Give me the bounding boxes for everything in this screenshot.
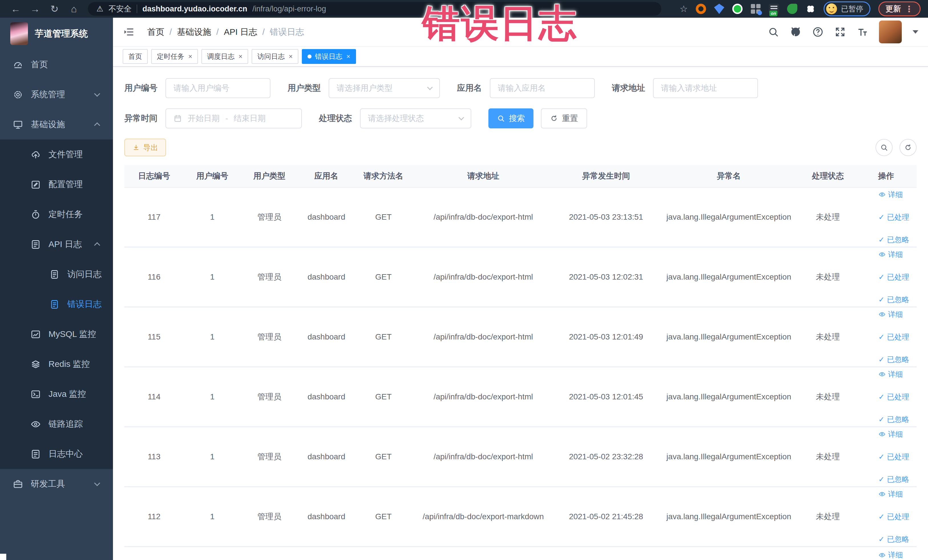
breadcrumb-item[interactable]: 错误日志 [270, 26, 304, 38]
extension-orange-icon[interactable] [696, 4, 706, 14]
bookmark-star-icon[interactable]: ☆ [679, 3, 688, 14]
mark-processed-link[interactable]: ✓ 已处理 [878, 272, 909, 282]
mark-ignored-link[interactable]: ✓ 已忽略 [878, 415, 909, 424]
cell-log-id: 112 [124, 512, 184, 521]
cell-exception-time: 2021-05-03 12:01:45 [554, 392, 658, 401]
fullscreen-icon[interactable] [835, 26, 846, 38]
doc-icon [49, 269, 60, 280]
user-avatar[interactable] [879, 21, 902, 43]
extension-leaf-icon[interactable] [787, 4, 797, 14]
profile-paused-button[interactable]: 已暂停 [824, 2, 870, 16]
close-icon[interactable]: × [238, 52, 243, 61]
search-button[interactable]: 搜索 [488, 108, 533, 128]
table-row-partial: 详细 [124, 547, 917, 558]
browser-update-button[interactable]: 更新 ⋮ [878, 2, 920, 16]
detail-link[interactable]: 详细 [878, 190, 903, 200]
close-icon[interactable]: × [188, 52, 192, 61]
logo-image [10, 22, 28, 45]
sidebar-toggle-icon[interactable] [123, 26, 135, 38]
app-name-input[interactable] [490, 78, 595, 98]
help-icon[interactable] [812, 26, 824, 38]
overlay-annotation-title: 错误日志 [422, 0, 577, 49]
exception-time-range-picker[interactable]: 开始日期 - 结束日期 [165, 108, 302, 128]
toggle-search-button[interactable] [876, 139, 893, 156]
sidebar-item[interactable]: 配置管理 [0, 169, 113, 200]
view-tab[interactable]: 访问日志 × [252, 49, 298, 64]
mark-ignored-link[interactable]: ✓ 已忽略 [878, 534, 909, 544]
mark-processed-link[interactable]: ✓ 已处理 [878, 512, 909, 522]
table-header-cell: 日志编号 [124, 171, 184, 182]
sidebar-item[interactable]: 基础设施 [0, 110, 113, 139]
forward-icon[interactable]: → [27, 3, 43, 15]
sidebar-item[interactable]: 首页 [0, 50, 113, 79]
sidebar-item[interactable]: 链路追踪 [0, 409, 113, 439]
detail-link[interactable]: 详细 [878, 489, 903, 499]
reset-button[interactable]: 重置 [541, 108, 587, 128]
home-icon[interactable]: ⌂ [66, 3, 82, 15]
browser-menu-icon[interactable]: ⋮ [905, 4, 913, 14]
mark-ignored-link[interactable]: ✓ 已忽略 [878, 235, 909, 245]
breadcrumb-item[interactable]: 首页 [147, 26, 164, 38]
search-icon[interactable] [768, 26, 779, 38]
mark-processed-link[interactable]: ✓ 已处理 [878, 212, 909, 222]
extension-blue-shield-icon[interactable] [714, 4, 724, 14]
sidebar-item[interactable]: API 日志 [0, 229, 113, 259]
mark-ignored-link[interactable]: ✓ 已忽略 [878, 355, 909, 365]
sidebar-item[interactable]: 错误日志 [0, 289, 113, 319]
mark-processed-link[interactable]: ✓ 已处理 [878, 452, 909, 462]
detail-link[interactable]: 详细 [878, 550, 903, 558]
app-logo[interactable]: 芋道管理系统 [0, 18, 113, 50]
refresh-button[interactable] [899, 139, 917, 156]
cell-request-url: /api/infra/db-doc/export-markdown [412, 512, 554, 521]
sidebar-item[interactable]: 定时任务 [0, 200, 113, 229]
sidebar-item[interactable]: 文件管理 [0, 139, 113, 169]
back-icon[interactable]: ← [8, 3, 24, 15]
detail-link[interactable]: 详细 [878, 369, 903, 379]
table-body: 117 1 管理员 dashboard GET /api/infra/db-do… [124, 188, 917, 547]
view-tab[interactable]: 调度日志 × [201, 49, 248, 64]
sidebar-item[interactable]: 研发工具 [0, 469, 113, 499]
sidebar-item[interactable]: MySQL 监控 [0, 319, 113, 349]
sidebar-item[interactable]: 系统管理 [0, 79, 113, 110]
reload-icon[interactable]: ↻ [46, 3, 63, 15]
detail-link[interactable]: 详细 [878, 429, 903, 439]
cell-status: 未处理 [800, 511, 856, 522]
table-header-cell: 请求方法名 [355, 171, 412, 182]
detail-link[interactable]: 详细 [878, 250, 903, 259]
avatar-caret-icon[interactable] [913, 30, 918, 34]
close-icon[interactable]: × [346, 52, 350, 61]
cell-user-type: 管理员 [241, 212, 298, 223]
view-tab[interactable]: 首页 [123, 49, 148, 64]
mark-processed-link[interactable]: ✓ 已处理 [878, 392, 909, 402]
export-button[interactable]: 导出 [124, 139, 166, 156]
request-url-input[interactable] [653, 78, 758, 98]
cell-log-id: 116 [124, 272, 184, 282]
upload-icon [30, 149, 41, 160]
range-separator: - [225, 114, 228, 123]
security-label[interactable]: 不安全 [108, 4, 131, 14]
view-tab[interactable]: 错误日志 × [302, 49, 356, 64]
log-icon [30, 239, 41, 250]
mark-ignored-link[interactable]: ✓ 已忽略 [878, 295, 909, 305]
extension-switch-icon[interactable]: on [769, 4, 779, 14]
sidebar-item[interactable]: Java 监控 [0, 379, 113, 409]
extension-grid-icon[interactable] [751, 4, 761, 14]
security-warning-icon: ⚠ [96, 4, 103, 14]
breadcrumb-item[interactable]: API 日志 [224, 26, 257, 38]
github-icon[interactable] [790, 26, 801, 38]
sidebar-item[interactable]: 日志中心 [0, 439, 113, 469]
mark-ignored-link[interactable]: ✓ 已忽略 [878, 475, 909, 484]
close-icon[interactable]: × [289, 52, 293, 61]
extensions-puzzle-icon[interactable] [805, 4, 816, 14]
extension-green-icon[interactable] [732, 4, 743, 14]
mark-processed-link[interactable]: ✓ 已处理 [878, 332, 909, 342]
view-tab[interactable]: 定时任务 × [151, 49, 198, 64]
detail-link[interactable]: 详细 [878, 310, 903, 319]
sidebar-item[interactable]: Redis 监控 [0, 349, 113, 379]
user-type-select[interactable]: 请选择用户类型 [329, 78, 440, 98]
font-size-icon[interactable] [857, 26, 868, 38]
user-id-input[interactable] [165, 78, 270, 98]
sidebar-item[interactable]: 访问日志 [0, 259, 113, 289]
breadcrumb-item[interactable]: 基础设施 [177, 26, 211, 38]
process-status-select[interactable]: 请选择处理状态 [360, 108, 471, 128]
